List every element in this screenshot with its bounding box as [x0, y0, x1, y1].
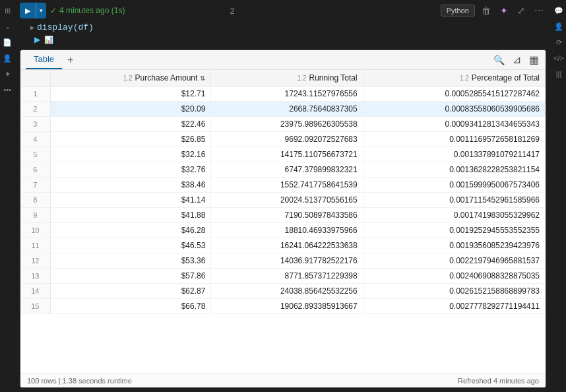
- row-index: 15: [20, 299, 50, 314]
- pct-cell: 0.0019252945553552355: [363, 223, 545, 238]
- pct-cell: 0.00052855415127287462: [363, 86, 545, 102]
- sparkle-button[interactable]: ✦: [497, 4, 511, 17]
- row-index: 14: [20, 284, 50, 299]
- data-table: 1.2 Purchase Amount ⇅ 1.2 Running Total: [20, 70, 546, 314]
- code-line: ▶ display(df): [15, 21, 551, 34]
- status-text: 4 minutes ago (1s): [59, 6, 125, 15]
- running-cell: 23975.989626305538: [211, 117, 363, 132]
- table-row[interactable]: 10$46.2818810.469339759660.0019252945553…: [20, 223, 546, 238]
- table-row[interactable]: 15$66.7819062.8933859136670.002777829277…: [20, 299, 546, 314]
- table-wrapper[interactable]: 1.2 Purchase Amount ⇅ 1.2 Running Total: [20, 70, 546, 374]
- row-index: 13: [20, 269, 50, 284]
- table-row[interactable]: 13$57.868771.8573712293980.0024069088328…: [20, 269, 546, 284]
- chevron-down-icon[interactable]: ⌄: [2, 21, 13, 32]
- row-index: 1: [20, 86, 50, 102]
- delete-button[interactable]: 🗑: [479, 4, 493, 17]
- pct-cell: 0.0015999950067573406: [363, 178, 545, 193]
- pct-cell: 0.0011169572658181269: [363, 132, 545, 147]
- running-cell: 6747.379899832321: [211, 162, 363, 178]
- table-row[interactable]: 5$32.1614175.1107566737210.0013378910792…: [20, 147, 546, 162]
- table-row[interactable]: 8$41.1420024.5137705561650.0017115452961…: [20, 193, 546, 208]
- pct-cell: 0.0013628228253821154: [363, 162, 545, 178]
- running-cell: 16241.064222533638: [211, 238, 363, 253]
- row-index: 7: [20, 178, 50, 193]
- code-toggle-icon[interactable]: ▶: [30, 24, 34, 32]
- table-row[interactable]: 3$22.4623975.9896263055380.0009341281343…: [20, 117, 546, 132]
- purchase-col-label: Purchase Amount: [135, 73, 198, 82]
- pct-cell: 0.00083558060539905686: [363, 102, 545, 117]
- running-cell: 8771.857371229398: [211, 269, 363, 284]
- running-cell: 14175.110756673721: [211, 147, 363, 162]
- history-icon[interactable]: ⟳: [553, 37, 564, 48]
- running-cell: 18810.46933975966: [211, 223, 363, 238]
- sort-icon[interactable]: ⇅: [200, 75, 205, 82]
- run-arrow-icon: ▾: [36, 3, 46, 18]
- purchase-cell: $32.16: [50, 147, 211, 162]
- status-bar: 100 rows | 1.38 seconds runtime Refreshe…: [20, 374, 546, 387]
- table-row[interactable]: 4$26.859692.0920725276830.00111695726581…: [20, 132, 546, 147]
- purchase-cell: $41.14: [50, 193, 211, 208]
- person-icon[interactable]: 👤: [553, 21, 564, 32]
- table-row[interactable]: 1$12.7117243.115279765560.00052855415127…: [20, 86, 546, 102]
- col-header-pct[interactable]: 1.2 Percentage of Total: [363, 70, 545, 86]
- row-index: 8: [20, 193, 50, 208]
- pct-cell: 0.0017115452961585966: [363, 193, 545, 208]
- row-index: 4: [20, 132, 50, 147]
- purchase-cell: $32.76: [50, 162, 211, 178]
- running-cell: 17243.11527976556: [211, 86, 363, 102]
- layout-icon[interactable]: ▦: [528, 52, 540, 67]
- library-icon[interactable]: |||: [553, 69, 564, 79]
- python-badge[interactable]: Python: [441, 5, 475, 16]
- status-right: Refreshed 4 minutes ago: [458, 377, 539, 385]
- table-row[interactable]: 12$53.3614036.9177825221760.002219794696…: [20, 253, 546, 269]
- running-cell: 20024.513770556165: [211, 193, 363, 208]
- cell-status: ✓ 4 minutes ago (1s): [50, 6, 125, 15]
- pct-cell: 0.00093412813434655343: [363, 117, 545, 132]
- expand-icon: ▶: [34, 35, 40, 44]
- perf-line[interactable]: ▶ 📊: [15, 34, 551, 46]
- comment-icon[interactable]: 💬: [553, 5, 564, 16]
- pct-col-label: Percentage of Total: [472, 73, 540, 82]
- table-row[interactable]: 6$32.766747.3798998323210.00136282282538…: [20, 162, 546, 178]
- col-header-purchase[interactable]: 1.2 Purchase Amount ⇅: [50, 70, 211, 86]
- running-cell: 9692.092072527683: [211, 132, 363, 147]
- sidebar-left: ⊞ ⌄ 📄 👤 ✦ •••: [0, 0, 15, 392]
- purchase-cell: $22.46: [50, 117, 211, 132]
- purchase-cell: $62.87: [50, 284, 211, 299]
- tab-toolbar-right: 🔍 ⊿ ▦: [492, 52, 540, 67]
- table-row[interactable]: 7$38.461552.74177586415390.0015999950067…: [20, 178, 546, 193]
- tab-label: Table: [34, 54, 54, 64]
- table-row[interactable]: 14$62.8724038.8564255322560.002615215886…: [20, 284, 546, 299]
- running-cell: 1552.7417758641539: [211, 178, 363, 193]
- running-cell: 14036.917782522176: [211, 253, 363, 269]
- table-tabs: Table + 🔍 ⊿ ▦: [20, 50, 546, 70]
- file-icon[interactable]: 📄: [2, 37, 13, 48]
- row-index: 6: [20, 162, 50, 178]
- running-col-label: Running Total: [309, 73, 358, 82]
- search-icon[interactable]: 🔍: [492, 53, 506, 67]
- filter-icon[interactable]: ⊿: [511, 52, 522, 67]
- expand-button[interactable]: ⤢: [515, 4, 528, 17]
- run-button[interactable]: ▶ ▾: [20, 3, 46, 18]
- add-tab-button[interactable]: +: [62, 51, 79, 69]
- person-icon[interactable]: 👤: [2, 53, 13, 63]
- more-icon[interactable]: •••: [2, 84, 13, 95]
- more-options-button[interactable]: ⋯: [532, 4, 546, 17]
- code-icon[interactable]: </>: [553, 53, 564, 63]
- chart-icon: 📊: [44, 36, 53, 44]
- purchase-cell: $41.88: [50, 208, 211, 223]
- grid-icon[interactable]: ⊞: [2, 5, 13, 16]
- main-area: ▶ ▾ ✓ 4 minutes ago (1s) 2 Python 🗑 ✦ ⤢ …: [15, 0, 551, 392]
- star-icon[interactable]: ✦: [2, 69, 13, 79]
- row-index: 3: [20, 117, 50, 132]
- table-row[interactable]: 2$20.092668.756408373050.000835580605399…: [20, 102, 546, 117]
- cell-number: 2: [230, 6, 234, 16]
- purchase-cell: $20.09: [50, 102, 211, 117]
- pct-cell: 0.0019356085239423976: [363, 238, 545, 253]
- col-header-running[interactable]: 1.2 Running Total: [211, 70, 363, 86]
- table-tab[interactable]: Table: [26, 50, 62, 69]
- purchase-cell: $57.86: [50, 269, 211, 284]
- table-row[interactable]: 9$41.887190.5089784335860.00174198305532…: [20, 208, 546, 223]
- row-index: 5: [20, 147, 50, 162]
- table-row[interactable]: 11$46.5316241.0642225336380.001935608523…: [20, 238, 546, 253]
